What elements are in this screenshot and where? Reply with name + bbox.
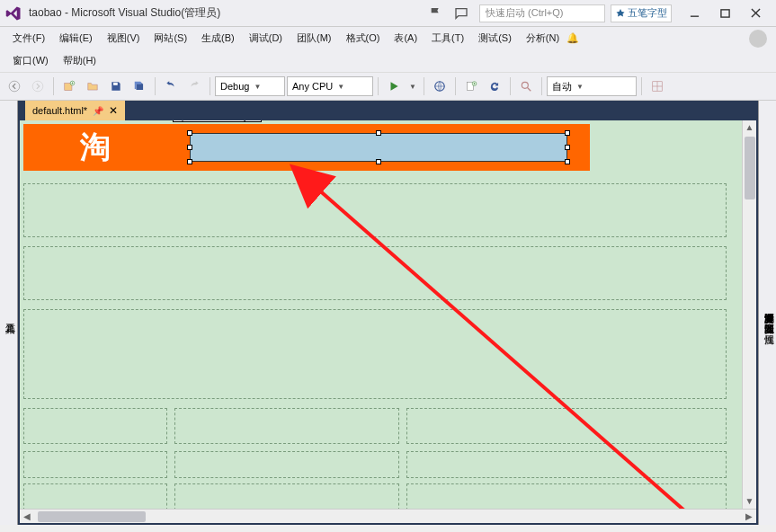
main-menu: 文件(F) 编辑(E) 视图(V) 网站(S) 生成(B) 调试(D) 团队(M… — [0, 27, 776, 49]
layout-cell — [174, 483, 399, 509]
new-project-button[interactable] — [58, 75, 80, 97]
browser-link-button[interactable] — [429, 75, 450, 97]
taobao-logo-cell: 淘 — [23, 124, 167, 171]
layout-cell — [23, 408, 167, 444]
flag-icon[interactable] — [429, 6, 443, 21]
menu-tools[interactable]: 工具(T) — [424, 29, 471, 48]
designer-surface: 淘 input#Text1.auto-style2 — [20, 120, 756, 523]
new-item-button[interactable] — [460, 75, 482, 97]
menu-view[interactable]: 视图(V) — [100, 29, 147, 48]
menu-test[interactable]: 测试(S) — [471, 29, 519, 48]
ime-label: 五笔字型 — [628, 6, 667, 20]
menu-analyze[interactable]: 分析(N) — [519, 29, 566, 48]
right-panel-tabs: 解决方案资源管理器 团队资源管理器 属性 — [758, 101, 776, 525]
refresh-button[interactable] — [484, 75, 505, 97]
scroll-left-icon[interactable]: ◀ — [20, 511, 34, 521]
zoom-dropdown[interactable]: 自动▼ — [547, 76, 637, 96]
ime-badge[interactable]: 五笔字型 — [611, 4, 672, 22]
undo-button[interactable] — [160, 75, 182, 97]
menu-window[interactable]: 窗口(W) — [5, 51, 56, 70]
svg-rect-8 — [113, 83, 118, 85]
main-toolbar: Debug▼ Any CPU▼ ▼ 自动▼ — [0, 72, 776, 101]
layout-cell — [174, 408, 399, 444]
resize-handle-se[interactable] — [565, 159, 570, 164]
svg-point-5 — [32, 81, 43, 92]
resize-handle-nw[interactable] — [187, 130, 192, 136]
maximize-button[interactable] — [709, 2, 740, 25]
nav-back-button[interactable] — [4, 75, 25, 97]
layout-cell — [406, 408, 727, 444]
resize-handle-w[interactable] — [187, 145, 192, 150]
resize-handle-sw[interactable] — [187, 159, 192, 164]
start-options-button[interactable]: ▼ — [406, 75, 419, 97]
layout-cell — [23, 183, 727, 237]
file-tab-label: default.html* — [32, 105, 87, 116]
config-value: Debug — [220, 81, 249, 92]
page-header-row: 淘 input#Text1.auto-style2 — [23, 124, 590, 171]
minimize-button[interactable] — [679, 2, 709, 25]
resize-handle-e[interactable] — [565, 145, 570, 150]
solution-explorer-tab[interactable]: 解决方案资源管理器 团队资源管理器 属性 — [758, 101, 776, 525]
scroll-down-icon[interactable]: ▼ — [745, 494, 754, 509]
close-button[interactable] — [740, 2, 771, 25]
save-all-button[interactable] — [129, 75, 150, 97]
main-menu-row2: 窗口(W) 帮助(H) — [0, 49, 776, 72]
layout-cell — [406, 483, 727, 509]
menu-team[interactable]: 团队(M) — [290, 29, 339, 48]
search-text-input[interactable] — [190, 133, 567, 162]
layout-cell — [23, 309, 727, 399]
svg-line-13 — [528, 88, 531, 92]
resize-handle-n[interactable] — [376, 130, 381, 136]
horizontal-scrollbar[interactable]: ◀ ▶ — [20, 509, 756, 523]
platform-dropdown[interactable]: Any CPU▼ — [287, 76, 373, 96]
toolbox-panel-tab[interactable]: 工具箱 — [0, 101, 18, 525]
menu-edit[interactable]: 编辑(E) — [52, 29, 100, 48]
open-file-button[interactable] — [82, 75, 103, 97]
layout-cell — [23, 246, 727, 300]
vertical-scrollbar[interactable]: ▲ ▼ — [742, 120, 756, 509]
layout-cell — [406, 451, 727, 478]
menu-table[interactable]: 表(A) — [387, 29, 424, 48]
client-area: 工具箱 default.html* 📌 ✕ 淘 input#Text1.auto… — [0, 101, 776, 525]
platform-value: Any CPU — [292, 81, 333, 92]
feedback-icon[interactable] — [454, 6, 468, 21]
layout-cell — [23, 451, 167, 478]
svg-point-12 — [522, 82, 528, 88]
scroll-up-icon[interactable]: ▲ — [745, 120, 754, 135]
save-button[interactable] — [105, 75, 127, 97]
menu-format[interactable]: 格式(O) — [339, 29, 388, 48]
layout-cell — [23, 483, 167, 509]
menu-build[interactable]: 生成(B) — [194, 29, 242, 48]
menu-website[interactable]: 网站(S) — [147, 29, 194, 48]
zoom-value: 自动 — [552, 80, 572, 93]
svg-point-4 — [9, 81, 20, 92]
start-debug-button[interactable] — [383, 75, 405, 97]
scroll-thumb-h[interactable] — [38, 511, 146, 522]
search-cell: input#Text1.auto-style2 — [167, 124, 590, 171]
scroll-thumb-v[interactable] — [745, 137, 755, 200]
pin-icon[interactable]: 📌 — [93, 106, 103, 116]
layout-cell — [174, 451, 399, 478]
vs-logo-icon — [5, 5, 22, 22]
selected-control-tag: input#Text1.auto-style2 — [173, 120, 262, 122]
user-avatar[interactable] — [749, 30, 767, 48]
taobao-logo-text: 淘 — [80, 127, 111, 168]
nav-fwd-button[interactable] — [27, 75, 49, 97]
redo-button[interactable] — [183, 75, 205, 97]
resize-handle-ne[interactable] — [565, 130, 570, 136]
layout-grid-button[interactable] — [647, 75, 668, 97]
notification-badge[interactable]: 🔔 — [566, 32, 579, 44]
menu-debug[interactable]: 调试(D) — [242, 29, 290, 48]
quick-launch-input[interactable]: 快速启动 (Ctrl+Q) — [479, 4, 605, 22]
file-tab-default[interactable]: default.html* 📌 ✕ — [25, 101, 125, 120]
design-canvas[interactable]: 淘 input#Text1.auto-style2 — [20, 120, 742, 509]
resize-handle-s[interactable] — [376, 159, 381, 164]
close-tab-icon[interactable]: ✕ — [109, 104, 118, 117]
menu-help[interactable]: 帮助(H) — [56, 51, 103, 70]
find-button[interactable] — [515, 75, 537, 97]
document-area: default.html* 📌 ✕ 淘 input#Text1.auto-sty… — [18, 101, 758, 525]
quick-launch-placeholder: 快速启动 (Ctrl+Q) — [486, 6, 563, 20]
scroll-right-icon[interactable]: ▶ — [742, 511, 756, 521]
menu-file[interactable]: 文件(F) — [5, 29, 52, 48]
config-dropdown[interactable]: Debug▼ — [215, 76, 285, 96]
